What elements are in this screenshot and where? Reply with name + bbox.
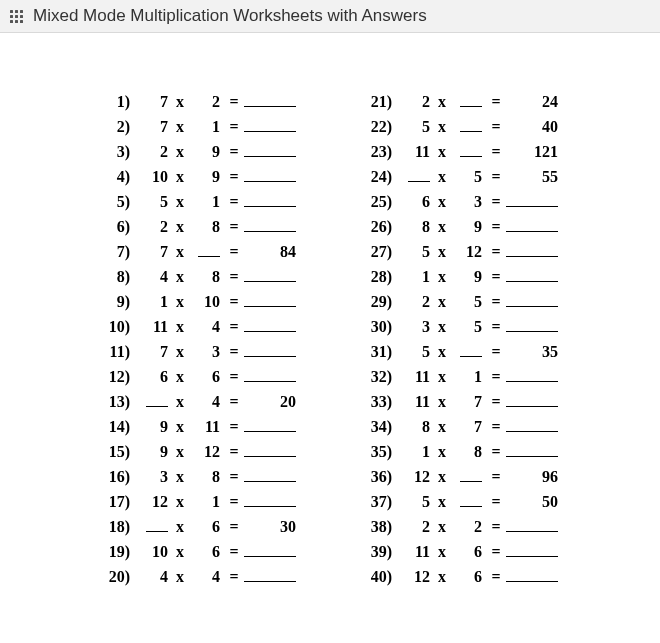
equals-symbol: = bbox=[486, 468, 506, 486]
problem-row: 38)2x2= bbox=[360, 518, 562, 543]
blank-ans[interactable] bbox=[244, 168, 296, 182]
factor-value: 5 bbox=[474, 168, 482, 185]
factor-value: 11 bbox=[415, 543, 430, 560]
blank-ans[interactable] bbox=[506, 393, 558, 407]
times-symbol: x bbox=[430, 143, 454, 161]
blank-ans[interactable] bbox=[244, 93, 296, 107]
blank-ans[interactable] bbox=[506, 318, 558, 332]
grip-icon[interactable] bbox=[10, 10, 23, 23]
problem-row: 12)6x6= bbox=[98, 368, 300, 393]
factor-value: 8 bbox=[212, 218, 220, 235]
ans-value: 121 bbox=[534, 143, 558, 160]
problem-number: 38) bbox=[360, 518, 398, 536]
blank-ans[interactable] bbox=[244, 343, 296, 357]
blank-factor[interactable] bbox=[408, 168, 430, 182]
blank-ans[interactable] bbox=[244, 143, 296, 157]
times-symbol: x bbox=[168, 168, 192, 186]
factor-value: 4 bbox=[212, 568, 220, 585]
times-symbol: x bbox=[168, 193, 192, 211]
blank-ans[interactable] bbox=[244, 418, 296, 432]
times-symbol: x bbox=[168, 393, 192, 411]
blank-ans[interactable] bbox=[506, 293, 558, 307]
times-symbol: x bbox=[430, 393, 454, 411]
blank-ans[interactable] bbox=[506, 368, 558, 382]
problem-row: 21)2x=24 bbox=[360, 93, 562, 118]
problem-row: 5)5x1= bbox=[98, 193, 300, 218]
blank-ans[interactable] bbox=[244, 568, 296, 582]
factor-value: 4 bbox=[160, 268, 168, 285]
problem-number: 8) bbox=[98, 268, 136, 286]
blank-factor[interactable] bbox=[198, 243, 220, 257]
problem-row: 18)x6=30 bbox=[98, 518, 300, 543]
equals-symbol: = bbox=[224, 218, 244, 236]
blank-factor[interactable] bbox=[146, 393, 168, 407]
factor-value: 11 bbox=[415, 143, 430, 160]
blank-ans[interactable] bbox=[506, 193, 558, 207]
times-symbol: x bbox=[430, 493, 454, 511]
problem-number: 23) bbox=[360, 143, 398, 161]
blank-ans[interactable] bbox=[506, 443, 558, 457]
blank-factor[interactable] bbox=[460, 93, 482, 107]
ans-value: 30 bbox=[280, 518, 296, 535]
blank-ans[interactable] bbox=[244, 293, 296, 307]
factor-value: 2 bbox=[422, 293, 430, 310]
problem-number: 2) bbox=[98, 118, 136, 136]
factor-value: 11 bbox=[415, 393, 430, 410]
blank-ans[interactable] bbox=[244, 493, 296, 507]
blank-ans[interactable] bbox=[244, 218, 296, 232]
times-symbol: x bbox=[430, 543, 454, 561]
problem-row: 24)x5=55 bbox=[360, 168, 562, 193]
problem-number: 20) bbox=[98, 568, 136, 586]
equals-symbol: = bbox=[224, 118, 244, 136]
blank-ans[interactable] bbox=[244, 443, 296, 457]
blank-factor[interactable] bbox=[460, 468, 482, 482]
factor-value: 7 bbox=[160, 243, 168, 260]
problem-column-left: 1)7x2=2)7x1=3)2x9=4)10x9=5)5x1=6)2x8=7)7… bbox=[98, 93, 300, 593]
blank-ans[interactable] bbox=[244, 543, 296, 557]
factor-value: 8 bbox=[422, 418, 430, 435]
problem-row: 6)2x8= bbox=[98, 218, 300, 243]
factor-value: 6 bbox=[422, 193, 430, 210]
times-symbol: x bbox=[168, 218, 192, 236]
factor-value: 1 bbox=[212, 493, 220, 510]
blank-factor[interactable] bbox=[460, 118, 482, 132]
blank-ans[interactable] bbox=[506, 518, 558, 532]
blank-ans[interactable] bbox=[244, 468, 296, 482]
factor-value: 5 bbox=[474, 318, 482, 335]
equals-symbol: = bbox=[224, 493, 244, 511]
times-symbol: x bbox=[430, 268, 454, 286]
blank-ans[interactable] bbox=[244, 318, 296, 332]
equals-symbol: = bbox=[486, 393, 506, 411]
times-symbol: x bbox=[430, 318, 454, 336]
blank-ans[interactable] bbox=[244, 368, 296, 382]
blank-ans[interactable] bbox=[506, 568, 558, 582]
blank-factor[interactable] bbox=[460, 343, 482, 357]
blank-ans[interactable] bbox=[244, 118, 296, 132]
problem-row: 7)7x=84 bbox=[98, 243, 300, 268]
blank-ans[interactable] bbox=[244, 268, 296, 282]
equals-symbol: = bbox=[486, 493, 506, 511]
equals-symbol: = bbox=[486, 143, 506, 161]
blank-ans[interactable] bbox=[506, 243, 558, 257]
blank-factor[interactable] bbox=[146, 518, 168, 532]
problem-number: 33) bbox=[360, 393, 398, 411]
problem-row: 36)12x=96 bbox=[360, 468, 562, 493]
factor-value: 5 bbox=[160, 193, 168, 210]
factor-value: 3 bbox=[422, 318, 430, 335]
factor-value: 12 bbox=[204, 443, 220, 460]
blank-ans[interactable] bbox=[506, 418, 558, 432]
factor-value: 2 bbox=[474, 518, 482, 535]
problem-row: 32)11x1= bbox=[360, 368, 562, 393]
blank-ans[interactable] bbox=[506, 268, 558, 282]
blank-factor[interactable] bbox=[460, 143, 482, 157]
ans-value: 55 bbox=[542, 168, 558, 185]
blank-factor[interactable] bbox=[460, 493, 482, 507]
blank-ans[interactable] bbox=[244, 193, 296, 207]
problem-number: 36) bbox=[360, 468, 398, 486]
equals-symbol: = bbox=[224, 518, 244, 536]
problem-number: 32) bbox=[360, 368, 398, 386]
factor-value: 5 bbox=[422, 118, 430, 135]
blank-ans[interactable] bbox=[506, 218, 558, 232]
times-symbol: x bbox=[168, 368, 192, 386]
blank-ans[interactable] bbox=[506, 543, 558, 557]
